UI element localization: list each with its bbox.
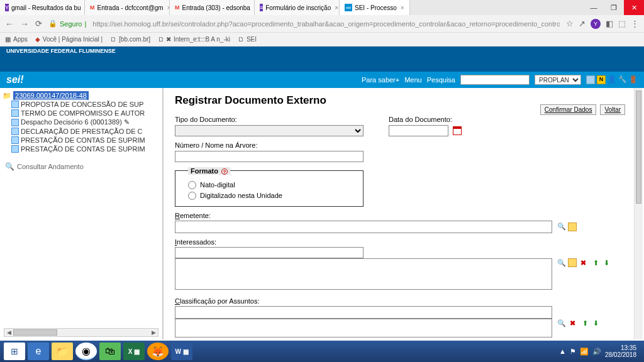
close-icon[interactable]: ×	[401, 4, 404, 11]
move-down-icon[interactable]: ⬇	[602, 258, 611, 267]
interessados-list[interactable]	[175, 258, 552, 290]
tray-up-icon[interactable]: ▲	[559, 348, 566, 355]
scroll-right-icon[interactable]: ▶	[149, 329, 158, 336]
select-icon[interactable]	[568, 258, 577, 267]
numero-nome-input[interactable]	[175, 151, 364, 162]
bookmark-item[interactable]: 🗋 SEI	[238, 36, 257, 43]
link-pesquisa[interactable]: Pesquisa	[427, 76, 455, 84]
tree-doc-item[interactable]: Despacho Decisório 6 (0001389) ✎	[3, 118, 160, 127]
tree-doc-item[interactable]: DECLARAÇÃO DE PRESTAÇÃO DE C	[3, 127, 160, 136]
star-icon[interactable]: ☆	[566, 19, 574, 28]
remove-icon[interactable]: ✖	[579, 258, 587, 267]
tray-clock[interactable]: 13:35 28/02/2018	[605, 344, 640, 358]
windows-taskbar: ⊞ e 📁 ◉ 🛍 X ▦ 🦊 W ▦ ▲ ⚑ 📶 🔊 13:35 28/02/…	[0, 341, 644, 362]
yahoo-ext-icon[interactable]: Y	[591, 19, 601, 29]
select-icon[interactable]	[568, 222, 577, 231]
remetente-input[interactable]	[175, 221, 552, 233]
tab-label: Entrada - dcfccont@gm	[97, 4, 164, 11]
minimize-button[interactable]: —	[584, 0, 604, 15]
horizontal-scrollbar[interactable]: ◀ ▶	[4, 328, 158, 337]
maximize-button[interactable]: ❐	[604, 0, 624, 15]
sei-logo[interactable]: sei!	[6, 74, 24, 85]
tree-doc-item[interactable]: PRESTAÇÃO DE CONTAS DE SUPRIM	[3, 136, 160, 145]
link-menu[interactable]: Menu	[404, 76, 422, 84]
browser-tab[interactable]: M Entrada (303) - edsonba ×	[170, 0, 255, 15]
ext-icon[interactable]: ◧	[606, 19, 613, 28]
apps-button[interactable]: ▦ Apps	[5, 36, 28, 43]
document-icon	[11, 101, 19, 108]
back-button[interactable]: ←	[5, 19, 14, 29]
tree-doc-item[interactable]: PROPOSTA DE CONCESSÃO DE SUP	[3, 100, 160, 109]
forward-button[interactable]: →	[20, 19, 29, 29]
bookmark-item[interactable]: 🗋 ✖ Intern_e:t:::B A n_-ki	[158, 36, 230, 43]
tab-label: SEI - Processo	[355, 4, 397, 11]
tree-doc-item[interactable]: PRESTAÇÃO DE CONTAS DE SUPRIM	[3, 145, 160, 153]
unit-select[interactable]: PROPLAN	[535, 75, 581, 85]
tray-volume-icon[interactable]: 🔊	[592, 348, 601, 356]
scroll-thumb[interactable]	[13, 329, 57, 336]
search-icon[interactable]: 🔍	[557, 222, 566, 231]
consultar-andamento-link[interactable]: 🔍 Consultar Andamento	[3, 160, 160, 171]
move-up-icon[interactable]: ⬆	[580, 319, 589, 327]
process-number[interactable]: 23069.000147/2018-48	[13, 91, 89, 100]
share-icon[interactable]: ↗	[579, 19, 586, 28]
digitalizado-radio[interactable]	[188, 192, 196, 200]
tipo-documento-select[interactable]	[175, 125, 364, 136]
config-icon[interactable]: 🔧	[618, 75, 627, 84]
excel-taskbar-icon[interactable]: X ▦	[123, 343, 145, 360]
calendar-icon[interactable]	[453, 126, 462, 135]
link-para-saber[interactable]: Para saber+	[362, 76, 399, 84]
word-taskbar-icon[interactable]: W ▦	[171, 343, 192, 360]
browser-tab[interactable]: ≡ Formulário de inscrição ×	[255, 0, 340, 15]
tray-flag-icon[interactable]: ⚑	[570, 348, 576, 356]
confirmar-dados-button[interactable]: Confirmar Dados	[540, 104, 597, 115]
search-icon[interactable]: 🔍	[557, 258, 566, 267]
browser-tab-active[interactable]: sei SEI - Processo ×	[340, 0, 410, 15]
scroll-left-icon[interactable]: ◀	[4, 329, 13, 336]
scroll-thumb[interactable]	[636, 90, 641, 204]
lock-icon: 🔒	[48, 19, 57, 28]
classificacao-list[interactable]	[175, 319, 552, 337]
browser-tab[interactable]: M Entrada - dcfccont@gm ×	[85, 0, 170, 15]
bookmark-item[interactable]: 🗋 [bb.com.br]	[110, 36, 150, 43]
data-documento-input[interactable]	[389, 125, 448, 136]
document-icon	[11, 145, 19, 153]
close-window-button[interactable]: ✕	[624, 0, 644, 15]
explorer-taskbar-icon[interactable]: 📁	[52, 343, 73, 360]
classificacao-input[interactable]	[175, 306, 552, 319]
nato-digital-radio[interactable]	[188, 181, 196, 189]
folder-icon: 📁	[3, 92, 11, 99]
numero-nome-label: Número / Nome na Árvore:	[175, 141, 633, 149]
list-icon[interactable]	[586, 75, 595, 84]
interessados-input[interactable]	[175, 247, 364, 258]
menu-icon[interactable]: ⋮	[631, 19, 639, 28]
help-icon[interactable]: ?	[221, 168, 228, 175]
search-input[interactable]	[460, 75, 530, 85]
document-icon	[11, 119, 19, 126]
voltar-button[interactable]: Voltar	[600, 104, 625, 115]
move-up-icon[interactable]: ⬆	[591, 258, 600, 267]
firefox-taskbar-icon[interactable]: 🦊	[147, 343, 169, 360]
ie-taskbar-icon[interactable]: e	[28, 343, 49, 360]
remove-icon[interactable]: ✖	[568, 319, 577, 327]
chrome-taskbar-icon[interactable]: ◉	[75, 343, 97, 360]
close-icon[interactable]: ×	[335, 4, 338, 11]
ext-icon[interactable]: ⬚	[618, 19, 626, 28]
secure-indicator: 🔒 Seguro |	[48, 19, 86, 28]
formato-legend: Formato ?	[188, 167, 230, 175]
search-icon[interactable]: 🔍	[557, 319, 566, 327]
gmail-icon: M	[90, 4, 95, 11]
user-icon[interactable]: 👤	[608, 75, 616, 84]
reload-button[interactable]: ⟳	[35, 19, 42, 28]
move-down-icon[interactable]: ⬇	[591, 319, 600, 327]
start-button[interactable]: ⊞	[4, 343, 25, 360]
address-bar[interactable]: https://sei.homolog.uff.br/sei/controlad…	[92, 20, 560, 28]
browser-tab[interactable]: Y gmail - Resultados da bu ×	[0, 0, 85, 15]
tray-network-icon[interactable]: 📶	[580, 348, 589, 356]
vertical-scrollbar[interactable]	[634, 88, 643, 339]
tree-doc-item[interactable]: TERMO DE COMPROMISSO E AUTOR	[3, 109, 160, 118]
exit-icon[interactable]: 🚪	[629, 75, 638, 84]
novidades-icon[interactable]: N	[597, 75, 606, 84]
store-taskbar-icon[interactable]: 🛍	[99, 343, 121, 360]
bookmark-item[interactable]: ◆ Você | Página Inicial |	[35, 36, 103, 43]
